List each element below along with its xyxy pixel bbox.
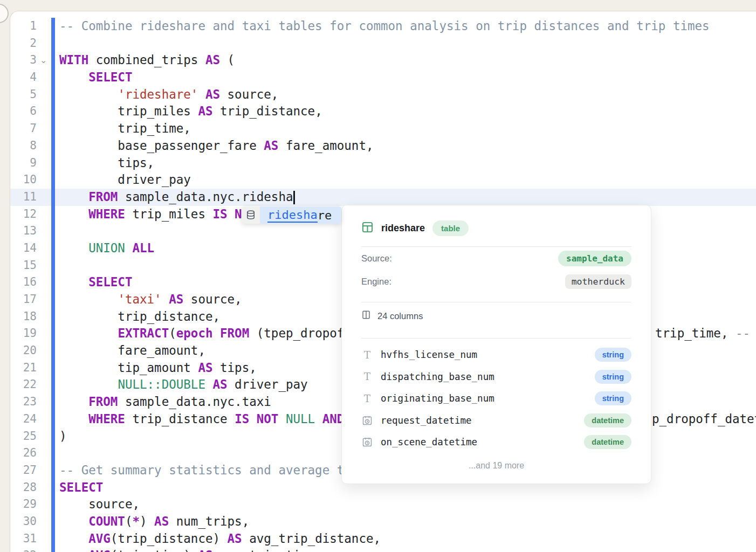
line-number: 24	[0, 411, 37, 428]
code-token: fare_amount,	[59, 343, 205, 357]
code-token: --	[736, 326, 750, 340]
code-token	[59, 190, 88, 204]
table-icon	[361, 221, 374, 236]
code-token: (	[125, 514, 133, 528]
code-token: tips,	[59, 156, 154, 170]
code-line-1[interactable]: 1-- Combine rideshare and taxi tables fo…	[0, 18, 756, 35]
line-number: 18	[0, 308, 37, 326]
code-token: IS NOT	[235, 412, 278, 426]
code-token: WHERE	[88, 207, 125, 221]
code-token: AS	[169, 292, 183, 306]
code-token: AS	[264, 139, 278, 153]
code-line-11[interactable]: 11 FROM sample_data.nyc.ridesha	[0, 189, 756, 206]
code-line-2[interactable]: 2	[0, 35, 756, 52]
line-number: 25	[0, 428, 37, 445]
code-line-3[interactable]: 3⌄WITH combined_trips AS (	[0, 52, 756, 69]
line-number: 2	[0, 35, 37, 52]
line-number: 32	[0, 547, 37, 552]
code-text: )	[59, 428, 67, 445]
columns-icon	[361, 310, 371, 322]
database-icon	[242, 206, 260, 224]
code-token	[278, 412, 286, 426]
code-line-32[interactable]: 32 AVG(trip_time) AS avg_trip_time,	[0, 547, 756, 552]
code-token: trip_distance,	[59, 309, 220, 323]
code-token: tips,	[212, 361, 256, 375]
code-text: 'rideshare' AS source,	[59, 86, 278, 104]
code-token: SELECT	[59, 480, 103, 494]
code-text: EXTRACT(epoch FROM (tpep_dropof	[59, 325, 344, 342]
code-token: (trip_distance)	[111, 532, 228, 546]
code-token: AS	[205, 53, 220, 67]
code-token	[162, 292, 169, 306]
editor-gutter-bar	[51, 18, 55, 552]
source-row: Source: sample_data	[361, 247, 631, 270]
code-line-30[interactable]: 30 COUNT(*) AS num_trips,	[0, 513, 756, 530]
code-token: )	[140, 514, 154, 528]
code-token	[59, 377, 118, 391]
autocomplete-item-rideshare[interactable]: rideshare	[260, 206, 341, 224]
code-token	[59, 241, 88, 255]
code-token: trip_distance,	[212, 104, 322, 118]
code-token: NULL	[286, 412, 315, 426]
calendar-clock-icon	[361, 415, 373, 426]
code-token: )	[59, 429, 67, 443]
code-token: FROM	[220, 326, 249, 340]
code-text: fare_amount,	[59, 342, 205, 360]
table-type-badge: table	[432, 220, 469, 236]
line-number: 30	[0, 513, 37, 530]
code-text: COUNT(*) AS num_trips,	[59, 513, 249, 530]
more-columns-note: ...and 19 more	[361, 461, 631, 471]
code-token	[59, 412, 88, 426]
code-token: COUNT	[88, 514, 125, 528]
source-value-badge: sample_data	[558, 251, 631, 266]
code-token: AS	[205, 87, 220, 101]
text-icon: T	[361, 393, 373, 404]
code-token: AS	[212, 377, 227, 391]
popup-columns: Thvfhs_license_numstringTdispatching_bas…	[361, 339, 631, 453]
popup-title: rideshare	[381, 223, 425, 234]
line-number: 20	[0, 342, 37, 360]
code-text: 'taxi' AS source,	[59, 291, 242, 308]
column-type-badge: string	[595, 391, 631, 405]
code-line-10[interactable]: 10 driver_pay	[0, 171, 756, 189]
code-token: trip_distance	[125, 412, 235, 426]
code-text: FROM sample_data.nyc.ridesha	[59, 189, 295, 206]
line-number: 14	[0, 240, 37, 257]
code-token: epoch	[176, 326, 213, 340]
code-line-29[interactable]: 29 source,	[0, 496, 756, 513]
code-token	[59, 514, 88, 528]
code-token: -- Combine rideshare and taxi tables for…	[59, 19, 710, 33]
code-text: WHERE trip_distance IS NOT NULL AND	[59, 411, 344, 428]
code-line-9[interactable]: 9 tips,	[0, 155, 756, 172]
fold-chevron-icon[interactable]: ⌄	[40, 52, 47, 69]
code-token	[198, 87, 205, 101]
code-line-7[interactable]: 7 trip_time,	[0, 120, 756, 137]
column-row: Thvfhs_license_numstring	[361, 344, 631, 366]
cursor-caret	[293, 191, 295, 204]
code-token: AS	[198, 104, 212, 118]
code-text: WITH combined_trips AS (	[59, 52, 235, 69]
columns-count: 24 columns	[377, 311, 423, 321]
line-number: 10	[0, 171, 37, 189]
line-number: 13	[0, 223, 37, 240]
column-name: request_datetime	[381, 415, 576, 426]
code-token	[59, 87, 118, 101]
code-token: FROM	[88, 190, 118, 204]
code-token: (	[169, 326, 176, 340]
code-line-6[interactable]: 6 trip_miles AS trip_distance,	[0, 103, 756, 120]
code-token	[59, 70, 88, 84]
code-text: AVG(trip_distance) AS avg_trip_distance,	[59, 530, 381, 548]
code-token: base_passenger_fare	[59, 139, 264, 153]
code-token	[59, 548, 88, 552]
columns-count-row: 24 columns	[361, 302, 631, 329]
code-line-5[interactable]: 5 'rideshare' AS source,	[0, 86, 756, 104]
code-text: SELECT	[59, 274, 132, 291]
code-line-8[interactable]: 8 base_passenger_fare AS fare_amount,	[0, 137, 756, 155]
column-row: on_scene_datetimedatetime	[361, 431, 631, 453]
source-label: Source:	[361, 253, 392, 264]
code-token: sample_data.nyc.ridesha	[118, 190, 293, 204]
line-number: 6	[0, 103, 37, 120]
code-line-31[interactable]: 31 AVG(trip_distance) AS avg_trip_distan…	[0, 530, 756, 548]
code-token: AS	[154, 514, 169, 528]
code-line-4[interactable]: 4 SELECT	[0, 69, 756, 86]
